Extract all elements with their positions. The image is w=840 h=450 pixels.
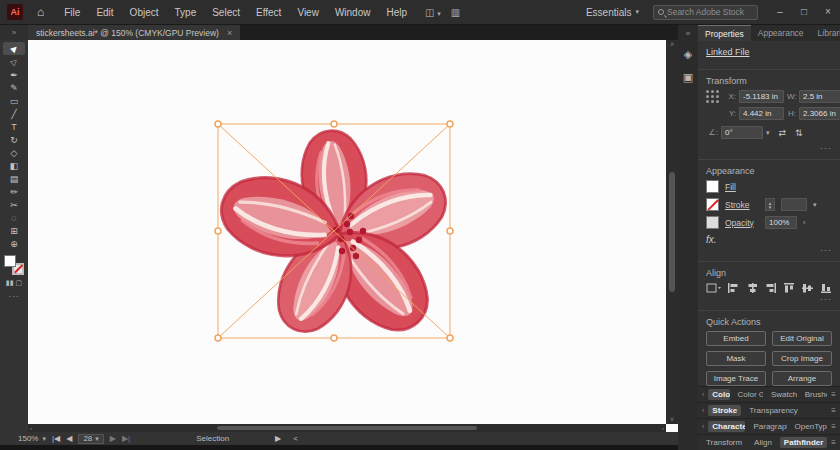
first-artboard-icon[interactable]: |◀ xyxy=(52,434,60,443)
align-hcenter-icon[interactable] xyxy=(746,282,758,294)
fill-label[interactable]: Fill xyxy=(725,182,759,192)
zoom-level-select[interactable]: 150%▾ xyxy=(18,434,46,443)
rotation-input[interactable]: 0° xyxy=(721,126,763,139)
blend-tool[interactable]: ◌ xyxy=(3,211,25,224)
direct-selection-tool[interactable]: ▷ xyxy=(3,55,25,68)
tab-swatches[interactable]: Swatches xyxy=(767,389,797,400)
shape-builder-tool[interactable]: ◧ xyxy=(3,159,25,172)
pen-tool[interactable]: ✒ xyxy=(3,68,25,81)
fill-swatch[interactable] xyxy=(4,255,16,267)
prev-artboard-icon[interactable]: ◀ xyxy=(66,434,72,443)
scissors-tool[interactable]: ✂ xyxy=(3,198,25,211)
group-collapse-icon[interactable]: ‹ xyxy=(702,391,704,398)
transform-more-options[interactable]: ··· xyxy=(706,143,832,153)
tab-transparency[interactable]: Transparency xyxy=(745,405,802,416)
stroke-weight-input[interactable] xyxy=(781,198,807,211)
last-artboard-icon[interactable]: ▶| xyxy=(122,434,130,443)
menu-object[interactable]: Object xyxy=(122,7,167,18)
align-left-icon[interactable] xyxy=(727,282,739,294)
linked-file-label[interactable]: Linked File xyxy=(706,47,750,57)
appearance-more-options[interactable]: ··· xyxy=(706,245,832,255)
mask-button[interactable]: Mask xyxy=(706,351,766,366)
x-input[interactable]: -5.1183 in xyxy=(739,90,784,103)
tab-color-gui[interactable]: Color Gui xyxy=(734,389,763,400)
artboard-tool[interactable]: ⊞ xyxy=(3,224,25,237)
selection-tool[interactable]: ▶ xyxy=(3,42,25,55)
opacity-input[interactable]: 100% xyxy=(765,216,797,229)
tab-color[interactable]: Color xyxy=(708,389,729,400)
adobe-stock-search[interactable] xyxy=(653,5,758,20)
line-segment-tool[interactable]: ╱ xyxy=(3,107,25,120)
tab-appearance[interactable]: Appearance xyxy=(751,25,811,41)
zoom-tool[interactable]: ⊕ xyxy=(3,237,25,250)
flower-artwork-with-selection[interactable] xyxy=(28,40,666,424)
reference-point-selector[interactable] xyxy=(706,90,720,124)
align-to-selection-icon[interactable] xyxy=(706,282,721,294)
panel-collapse-icon[interactable]: « xyxy=(686,29,690,38)
panel-menu-icon[interactable]: ≡ xyxy=(831,390,836,399)
menu-select[interactable]: Select xyxy=(204,7,248,18)
share-icon[interactable]: ▥ xyxy=(451,7,460,18)
image-trace-button[interactable]: Image Trace xyxy=(706,371,766,386)
opacity-expand-icon[interactable]: › xyxy=(803,219,805,226)
embed-button[interactable]: Embed xyxy=(706,331,766,346)
document-tab[interactable]: stickersheets.ai* @ 150% (CMYK/GPU Previ… xyxy=(28,25,240,40)
home-icon[interactable]: ⌂ xyxy=(37,5,44,19)
next-artboard-icon[interactable]: ▶ xyxy=(110,434,116,443)
align-right-icon[interactable] xyxy=(764,282,776,294)
menu-effect[interactable]: Effect xyxy=(248,7,289,18)
vertical-scrollbar[interactable]: ˄ ˅ xyxy=(666,40,678,424)
rotation-dropdown-icon[interactable]: ▾ xyxy=(766,129,770,137)
rectangle-tool[interactable]: ▭ xyxy=(3,94,25,107)
align-top-icon[interactable] xyxy=(783,282,795,294)
edit-original-button[interactable]: Edit Original xyxy=(772,331,832,346)
tab-transform[interactable]: Transform xyxy=(702,437,746,448)
height-input[interactable]: 2.3066 in xyxy=(799,107,840,120)
opacity-label[interactable]: Opacity xyxy=(725,218,759,228)
width-input[interactable]: 2.5 in xyxy=(799,90,840,103)
toolbar-more-icon[interactable]: ··· xyxy=(9,292,20,301)
menu-edit[interactable]: Edit xyxy=(88,7,121,18)
toolbar-collapse-icon[interactable]: » xyxy=(0,25,28,40)
stroke-color-swatch[interactable] xyxy=(706,198,719,211)
close-button[interactable]: × xyxy=(816,0,840,24)
panel-menu-icon[interactable]: ≡ xyxy=(831,438,836,447)
tab-properties[interactable]: Properties xyxy=(698,25,751,41)
tab-close-icon[interactable]: × xyxy=(227,28,232,38)
stroke-label[interactable]: Stroke xyxy=(725,200,759,210)
paintbrush-tool[interactable]: ✎ xyxy=(3,81,25,94)
align-more-options[interactable]: ··· xyxy=(706,294,832,304)
status-play-icon[interactable]: ▶ xyxy=(275,434,281,443)
group-collapse-icon[interactable]: ‹ xyxy=(702,423,704,430)
layers-icon[interactable]: ◈ xyxy=(684,48,692,61)
group-collapse-icon[interactable]: ‹ xyxy=(702,407,704,414)
stroke-weight-stepper[interactable]: ▴▾ xyxy=(765,198,775,211)
tab-paragraph[interactable]: Paragraph xyxy=(749,421,786,432)
fill-color-swatch[interactable] xyxy=(706,180,719,193)
type-tool[interactable]: T xyxy=(3,120,25,133)
tab-align[interactable]: Align xyxy=(750,437,776,448)
fill-stroke-swatches[interactable] xyxy=(4,255,24,275)
tab-pathfinder[interactable]: Pathfinder xyxy=(780,437,827,448)
horizontal-scrollbar[interactable]: ‹ › xyxy=(28,424,666,432)
menu-view[interactable]: View xyxy=(289,7,327,18)
canvas[interactable]: ˄ ˅ ‹ › xyxy=(28,40,678,432)
artboard-number-select[interactable]: 28▾ xyxy=(78,434,103,444)
effects-button[interactable]: fx. xyxy=(706,234,832,245)
menu-help[interactable]: Help xyxy=(378,7,415,18)
tab-opentype[interactable]: OpenType xyxy=(791,421,828,432)
scale-tool[interactable]: ◇ xyxy=(3,146,25,159)
vscroll-thumb[interactable] xyxy=(669,172,675,292)
scroll-left-icon[interactable]: ‹ xyxy=(30,425,32,431)
menu-file[interactable]: File xyxy=(56,7,88,18)
scroll-up-icon[interactable]: ˄ xyxy=(670,41,674,48)
workspace-layout-icon[interactable]: ◫ ▾ xyxy=(425,7,441,18)
search-input[interactable] xyxy=(667,7,755,17)
stroke-weight-dropdown-icon[interactable]: ▾ xyxy=(813,201,817,209)
panel-menu-icon[interactable]: ≡ xyxy=(831,406,836,415)
opacity-swatch[interactable] xyxy=(706,216,719,229)
menu-type[interactable]: Type xyxy=(167,7,205,18)
color-mode-icon[interactable]: ▮▮ xyxy=(6,279,14,287)
rotate-tool[interactable]: ↻ xyxy=(3,133,25,146)
menu-window[interactable]: Window xyxy=(327,7,379,18)
